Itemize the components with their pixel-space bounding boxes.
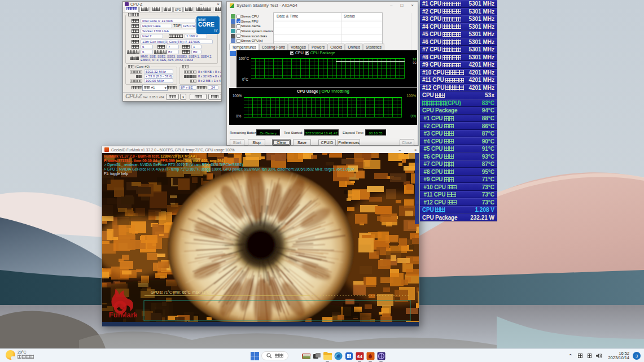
svg-text:FurMark: FurMark [109, 311, 137, 319]
svg-text:64: 64 [357, 354, 362, 359]
